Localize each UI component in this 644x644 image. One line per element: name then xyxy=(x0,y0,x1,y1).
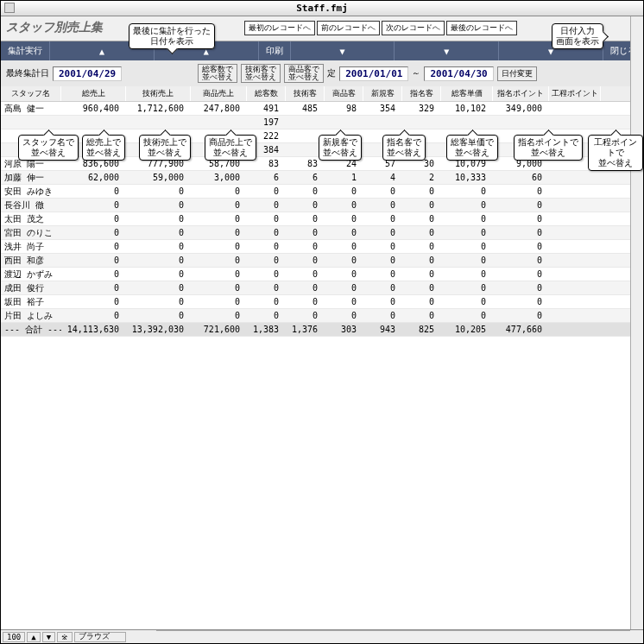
cell: 354 xyxy=(363,104,402,113)
cell: 0 xyxy=(286,228,325,237)
last-record-button[interactable]: 最後のレコードへ xyxy=(446,21,517,35)
column-headers: スタッフ名総売上技術売上商品売上総客数技術客商品客新規客指名客総客単価指名ポイン… xyxy=(1,86,643,102)
cell: 0 xyxy=(325,242,363,251)
cell: 0 xyxy=(61,311,126,320)
cell: 0 xyxy=(61,228,126,237)
callout-sort-new: 新規客で 並べ替え xyxy=(319,135,362,161)
table-row[interactable]: 西田 和彦0000000000 xyxy=(1,254,643,268)
sort-prod-button[interactable]: 商品客で 並べ替え xyxy=(284,64,324,83)
cell: 0 xyxy=(126,228,191,237)
cell: 0 xyxy=(286,214,325,224)
nav-arrow-3[interactable]: ▼ xyxy=(291,41,395,60)
cell: 0 xyxy=(493,228,549,237)
cell: 6 xyxy=(286,173,325,182)
horizontal-scrollbar[interactable] xyxy=(156,630,630,643)
cell: 0 xyxy=(402,297,441,306)
table-row[interactable]: 安田 みゆき0000000000 xyxy=(1,185,643,199)
table-row[interactable]: 坂田 裕子0000000000 xyxy=(1,295,643,309)
cell: 0 xyxy=(441,242,493,251)
table-row[interactable]: 成田 俊行0000000000 xyxy=(1,281,643,295)
total-cell: 825 xyxy=(402,325,441,334)
cell: 0 xyxy=(402,256,441,265)
cell: 2 xyxy=(402,173,441,182)
cell: 0 xyxy=(126,256,191,265)
column-header-9[interactable]: 総客単価 xyxy=(441,86,493,101)
cell: 0 xyxy=(61,214,126,224)
cell: 62,000 xyxy=(61,173,126,182)
cell: 10,102 xyxy=(441,104,493,113)
cell: 6 xyxy=(247,173,286,182)
sort-cust-button[interactable]: 総客数で 並べ替え xyxy=(198,64,237,83)
callout-sort-total: 総売上で 並べ替え xyxy=(82,135,125,161)
first-record-button[interactable]: 最初のレコードへ xyxy=(244,21,315,35)
cell: 0 xyxy=(61,297,126,306)
zoom-in-icon[interactable]: ▼ xyxy=(42,632,55,642)
column-header-10[interactable]: 指名ポイント xyxy=(493,86,549,101)
cell: 0 xyxy=(441,256,493,265)
column-header-1[interactable]: 総売上 xyxy=(61,86,126,101)
close-icon[interactable] xyxy=(4,3,15,13)
column-header-3[interactable]: 商品売上 xyxy=(191,86,247,101)
cell: 0 xyxy=(191,269,247,279)
column-header-2[interactable]: 技術売上 xyxy=(126,86,191,101)
column-header-8[interactable]: 指名客 xyxy=(402,86,441,101)
zoom-out-icon[interactable]: ▲ xyxy=(27,632,40,642)
cell: 485 xyxy=(286,104,325,113)
cell: 0 xyxy=(191,228,247,237)
cell-name: 坂田 裕子 xyxy=(1,296,61,308)
table-row[interactable]: 片田 よしみ0000000000 xyxy=(1,309,643,323)
cell: 0 xyxy=(191,256,247,265)
column-header-7[interactable]: 新規客 xyxy=(363,86,402,101)
cell: 0 xyxy=(247,311,286,320)
cell: 0 xyxy=(441,283,493,293)
cell: 0 xyxy=(402,311,441,320)
prev-record-button[interactable]: 前のレコードへ xyxy=(317,21,380,35)
last-date-label: 最終集計日 xyxy=(6,67,49,79)
cell: 0 xyxy=(493,269,549,279)
cell: 0 xyxy=(325,214,363,224)
date-change-button[interactable]: 日付変更 xyxy=(497,66,537,81)
callout-sort-prod: 商品売上で 並べ替え xyxy=(205,135,256,161)
table-row[interactable]: 渡辺 かずみ0000000000 xyxy=(1,268,643,281)
table-row[interactable]: 浅井 尚子0000000000 xyxy=(1,240,643,254)
column-header-5[interactable]: 技術客 xyxy=(286,86,325,101)
date-from[interactable]: 2001/01/01 xyxy=(339,66,408,81)
column-header-0[interactable]: スタッフ名 xyxy=(1,86,61,101)
column-header-4[interactable]: 総客数 xyxy=(247,86,286,101)
table-row[interactable]: 加藤 伸一62,00059,0003,0006614210,33360 xyxy=(1,171,643,185)
cell: 10,333 xyxy=(441,173,493,182)
callout-sort-tech: 技術売上で 並べ替え xyxy=(139,135,191,161)
table-row[interactable]: 宮田 のりこ0000000000 xyxy=(1,226,643,240)
date-to[interactable]: 2001/04/30 xyxy=(424,66,493,81)
table-row[interactable]: 長谷川 徹0000000000 xyxy=(1,199,643,212)
cell: 0 xyxy=(363,228,402,237)
cell: 59,000 xyxy=(126,173,191,182)
cell: 0 xyxy=(363,186,402,196)
sort-tech-button[interactable]: 技術客で 並べ替え xyxy=(241,64,281,83)
cell: 0 xyxy=(363,242,402,251)
cell: 0 xyxy=(363,269,402,279)
cell-name: 高島 健一 xyxy=(1,103,61,115)
column-header-11[interactable]: 工程ポイント xyxy=(549,86,601,101)
vertical-scrollbar[interactable] xyxy=(630,16,643,629)
table-row[interactable]: 高島 健一960,4001,712,600247,800491485983543… xyxy=(1,102,643,116)
cell: 0 xyxy=(493,283,549,293)
cell: 0 xyxy=(247,283,286,293)
date-sep: ～ xyxy=(412,67,420,79)
cell: 0 xyxy=(325,200,363,210)
zoom-level[interactable]: 100 xyxy=(3,632,25,642)
total-cell: 943 xyxy=(363,325,402,334)
next-record-button[interactable]: 次のレコードへ xyxy=(382,21,445,35)
cell: 0 xyxy=(402,186,441,196)
aggregate-button[interactable]: 集計実行 xyxy=(1,41,50,60)
column-header-6[interactable]: 商品客 xyxy=(325,86,363,101)
nav-arrow-4[interactable]: ▼ xyxy=(395,41,499,60)
table-row[interactable]: 197 xyxy=(1,116,643,129)
cell: 0 xyxy=(493,214,549,224)
print-button[interactable]: 印刷 xyxy=(259,41,291,60)
total-cell: 10,205 xyxy=(441,325,493,334)
table-row[interactable]: 太田 茂之0000000000 xyxy=(1,212,643,226)
cell: 197 xyxy=(247,117,286,127)
status-icon[interactable]: ※ xyxy=(57,632,73,642)
cell: 0 xyxy=(126,200,191,210)
